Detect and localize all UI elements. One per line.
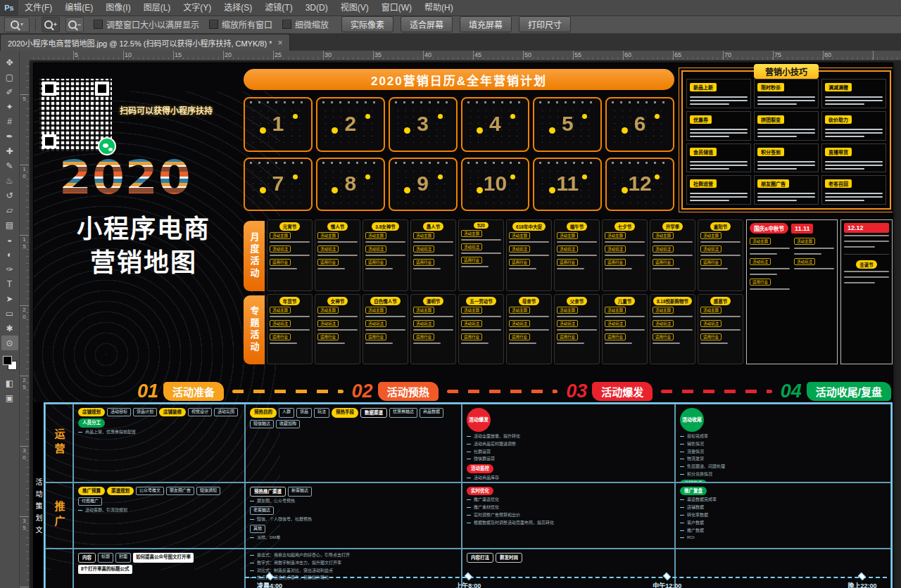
- timeline-time: 中午12:00: [653, 581, 681, 588]
- menu-item[interactable]: 文件(F): [18, 0, 58, 15]
- options-button[interactable]: 打印尺寸: [519, 16, 571, 32]
- menu-item[interactable]: 图像(I): [99, 0, 137, 15]
- label-chip: 活动玩法: [557, 320, 578, 327]
- weekday-row: [467, 162, 524, 164]
- activity-title: 开学季: [662, 222, 683, 231]
- vertical-ruler[interactable]: 5101520253035: [20, 60, 30, 588]
- shape-tool[interactable]: ▭: [1, 306, 18, 321]
- menu-item[interactable]: 帮助(H): [418, 0, 460, 15]
- move-tool[interactable]: ✥: [1, 55, 18, 70]
- zoom-tool[interactable]: ⊙: [1, 335, 18, 350]
- qr-finder: [42, 134, 56, 148]
- feature-body: 活动主题 活动玩法 适用行业 活动主题 活动玩法: [750, 236, 834, 292]
- horizontal-ruler[interactable]: 5101520253035404550556065707580: [30, 51, 901, 60]
- map-node: 派样、DM单: [250, 535, 457, 541]
- micro-text: [757, 200, 797, 201]
- calendar-month: 4: [461, 97, 530, 152]
- activity-card: 8.18悦新购物节 活动主题 活动玩法 适用行业: [650, 294, 695, 364]
- foreground-color-swatch[interactable]: [3, 356, 12, 365]
- zoom-in-button[interactable]: +: [42, 17, 60, 32]
- quick-mask-button[interactable]: ◧: [1, 376, 18, 390]
- canvas-area[interactable]: 扫码可以获得小程序扶持 2020 小程序电商 营销地图 2020营销日历&全年营…: [30, 60, 901, 588]
- ruler-number: 20: [21, 307, 29, 377]
- map-node: 货品计划: [133, 408, 157, 416]
- eraser-tool[interactable]: ▱: [1, 203, 18, 217]
- options-button[interactable]: 填充屏幕: [460, 16, 512, 32]
- ruler-number: 40: [424, 51, 474, 60]
- eyedropper-tool[interactable]: ✒: [1, 129, 18, 143]
- micro-text: [844, 282, 875, 283]
- ruler-number: 30: [325, 51, 374, 60]
- micro-text: [365, 268, 393, 269]
- map-node: 实时优化: [467, 487, 493, 495]
- activity-title: 父亲节: [567, 297, 588, 305]
- pen-tool[interactable]: ✑: [1, 262, 18, 276]
- type-tool[interactable]: T: [1, 276, 18, 291]
- map-node: 视觉设计: [188, 408, 212, 416]
- quick-selection-tool[interactable]: ✦: [1, 99, 18, 114]
- option-checkbox[interactable]: 调整窗口大小以满屏显示: [94, 18, 199, 30]
- zoom-tool-preset[interactable]: ▾: [4, 17, 30, 32]
- tool-icon: ▤: [6, 220, 13, 230]
- tip-card: 拼团裂变: [754, 111, 819, 141]
- micro-text: [700, 316, 741, 317]
- marquee-tool[interactable]: ▢: [1, 70, 18, 84]
- zoom-out-button[interactable]: −: [65, 17, 84, 32]
- micro-text: [825, 100, 883, 101]
- menu-item[interactable]: 窗口(W): [375, 0, 418, 15]
- double11-title: 11.11: [791, 224, 814, 234]
- tip-card: 积分签到: [754, 143, 819, 173]
- menu-item[interactable]: 选择(S): [218, 0, 258, 15]
- tool-icon: ▭: [6, 309, 13, 319]
- micro-text: [317, 343, 345, 344]
- phase-dashes: [232, 390, 344, 393]
- option-checkbox[interactable]: 缩放所有窗口: [209, 18, 272, 30]
- checkbox-box[interactable]: [282, 20, 291, 29]
- option-checkbox[interactable]: 细微缩放: [282, 18, 329, 30]
- menu-item[interactable]: 文字(Y): [177, 0, 218, 15]
- label-chip: 活动玩法: [413, 245, 434, 253]
- micro-text: [825, 165, 883, 166]
- crop-tool[interactable]: #: [1, 114, 18, 129]
- clone-stamp-tool[interactable]: ♨: [1, 173, 18, 188]
- tool-icon: ✑: [6, 264, 13, 274]
- brush-tool[interactable]: ✎: [1, 158, 18, 173]
- micro-text: [825, 136, 864, 137]
- tip-title: 砍价助力: [825, 115, 852, 124]
- special-activity-row: 年货节 活动主题 活动玩法 适用行业 女神节 活动主题 活动玩法: [267, 294, 743, 364]
- menu-item[interactable]: 3D(D): [299, 0, 334, 15]
- micro-text: [413, 255, 453, 256]
- micro-text: [690, 168, 729, 170]
- options-button[interactable]: 实际像素: [341, 16, 393, 32]
- map-node: 渠道数据完成率: [680, 497, 886, 503]
- menu-item[interactable]: 滤镜(T): [258, 0, 298, 15]
- menu-item[interactable]: 编辑(E): [58, 0, 99, 15]
- dodge-tool[interactable]: ◐: [1, 247, 18, 262]
- lasso-tool[interactable]: ✐: [1, 84, 18, 99]
- hand-tool[interactable]: ✱: [1, 321, 18, 335]
- document-tab[interactable]: 2020小程序电商营销地图.jpg @ 12.5% (扫码可以获得小程序扶持, …: [0, 34, 290, 51]
- healing-brush-tool[interactable]: ✚: [1, 143, 18, 158]
- map-node: 活动氛围: [214, 408, 238, 416]
- options-button[interactable]: 适合屏幕: [401, 16, 453, 32]
- map-node: 数据渠道: [360, 408, 387, 418]
- menu-list: 文件(F)编辑(E)图像(I)图层(L)文字(Y)选择(S)滤镜(T)3D(D)…: [18, 0, 460, 15]
- screen-mode-button[interactable]: ▣: [1, 390, 18, 405]
- timeline-time: 上午8:00: [455, 581, 481, 588]
- checkbox-label: 缩放所有窗口: [222, 18, 272, 30]
- micro-text: [825, 168, 864, 170]
- map-node: 物流发货: [680, 456, 886, 462]
- gradient-tool[interactable]: ▤: [1, 217, 18, 232]
- history-brush-tool[interactable]: ↺: [1, 188, 18, 203]
- blur-tool[interactable]: ◒: [1, 232, 18, 247]
- checkbox-box[interactable]: [94, 20, 103, 29]
- menu-item[interactable]: 视图(V): [334, 0, 375, 15]
- tool-icon: ✱: [6, 324, 13, 333]
- poster-title-line2: 营销地图: [46, 246, 241, 280]
- path-selection-tool[interactable]: ➤: [1, 291, 18, 306]
- checkbox-box[interactable]: [209, 20, 218, 29]
- menu-item[interactable]: 图层(L): [137, 0, 177, 15]
- color-swatches[interactable]: [3, 356, 17, 370]
- micro-text: [653, 343, 680, 344]
- tab-close-button[interactable]: ×: [277, 39, 282, 47]
